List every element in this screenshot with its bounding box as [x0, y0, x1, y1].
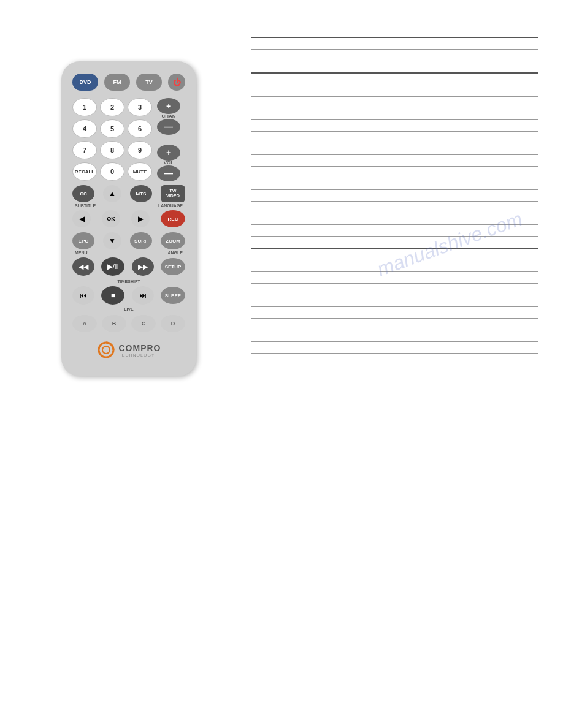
line-22 — [251, 318, 538, 319]
tv-button[interactable]: TV — [136, 74, 162, 91]
skipback-button[interactable]: ⏮ — [72, 286, 94, 305]
line-8 — [251, 143, 538, 143]
power-button[interactable]: ⏻ — [168, 74, 185, 91]
line-21 — [251, 306, 538, 307]
vol-label: VOL — [164, 161, 174, 165]
down-button[interactable]: ▼ — [103, 232, 121, 249]
num9-button[interactable]: 9 — [128, 141, 152, 159]
chan-label: CHAN — [161, 114, 175, 119]
company-name: COMPRO — [119, 343, 161, 353]
nav-row2: ◀ OK ▶ REC — [72, 210, 185, 227]
num6-button[interactable]: 6 — [128, 119, 152, 138]
ok-button[interactable]: OK — [102, 210, 120, 227]
live-row: LIVE — [72, 307, 185, 311]
line-23 — [251, 330, 538, 330]
line-12 — [251, 189, 538, 190]
line-16 — [251, 236, 538, 237]
vol-minus-button[interactable]: — — [157, 165, 180, 181]
logo-area: COMPRO TECHNOLOGY — [72, 341, 185, 359]
angle-label: ANGLE — [168, 251, 183, 255]
remote-section: DVD FM TV ⏻ 1 2 3 4 5 6 7 8 9 RECALL — [12, 25, 245, 703]
line-thick-3 — [251, 248, 538, 249]
num4-button[interactable]: 4 — [72, 119, 97, 138]
nav-row1: CC ▲ MTS TV/VIDEO — [72, 185, 185, 202]
vol-plus-button[interactable]: + — [157, 145, 180, 161]
logo-text: COMPRO TECHNOLOGY — [119, 343, 161, 357]
line-thick-2 — [251, 72, 538, 74]
recall-button[interactable]: RECALL — [72, 162, 97, 181]
chan-plus-button[interactable]: + — [157, 98, 180, 114]
line-thick-1 — [251, 37, 538, 38]
surf-button[interactable]: SURF — [130, 232, 152, 249]
page: DVD FM TV ⏻ 1 2 3 4 5 6 7 8 9 RECALL — [0, 0, 563, 728]
zoom-button[interactable]: ZOOM — [161, 232, 185, 249]
line-18 — [251, 271, 538, 272]
source-row: DVD FM TV ⏻ — [72, 74, 185, 91]
mts-button[interactable]: MTS — [130, 185, 152, 202]
num8-button[interactable]: 8 — [100, 141, 124, 159]
transport-row: ◀◀ ▶/II ▶▶ SETUP — [72, 257, 185, 276]
play-pause-button[interactable]: ▶/II — [101, 257, 124, 276]
rec-button[interactable]: REC — [161, 210, 185, 227]
fm-button[interactable]: FM — [104, 74, 130, 91]
line-7 — [251, 131, 538, 132]
num2-button[interactable]: 2 — [100, 98, 124, 116]
c-button[interactable]: C — [131, 315, 156, 332]
line-10 — [251, 166, 538, 167]
d-button[interactable]: D — [161, 315, 185, 332]
num5-button[interactable]: 5 — [100, 119, 124, 138]
stop-button[interactable]: ■ — [101, 286, 124, 305]
chan-vol-column: + CHAN — + VOL — — [155, 98, 182, 181]
line-17 — [251, 260, 538, 260]
numpad-grid: 1 2 3 4 5 6 7 8 9 RECALL 0 MUTE — [72, 98, 152, 181]
tvvideo-button[interactable]: TV/VIDEO — [161, 185, 185, 202]
timeshift-label: TIMESHIFT — [118, 279, 140, 284]
chan-minus-button[interactable]: — — [157, 119, 180, 135]
line-4 — [251, 96, 538, 97]
line-1 — [251, 49, 538, 50]
line-3 — [251, 85, 538, 85]
subtitle-lang-row: SUBTITLE LANGUAGE — [72, 203, 185, 208]
epg-button[interactable]: EPG — [72, 232, 94, 249]
cc-button[interactable]: CC — [72, 185, 94, 202]
line-25 — [251, 353, 538, 354]
dvd-button[interactable]: DVD — [72, 74, 98, 91]
svg-point-1 — [102, 346, 110, 354]
mute-button[interactable]: MUTE — [128, 162, 152, 181]
color-row: A B C D — [72, 315, 185, 332]
line-20 — [251, 295, 538, 295]
sleep-button[interactable]: SLEEP — [161, 287, 185, 304]
forward-button[interactable]: ▶▶ — [132, 257, 154, 276]
left-button[interactable]: ◀ — [72, 210, 91, 227]
live-label: LIVE — [124, 307, 134, 311]
line-11 — [251, 178, 538, 178]
chan-block: + CHAN — — [155, 98, 182, 135]
vol-block: + VOL — — [155, 145, 182, 181]
line-13 — [251, 201, 538, 202]
b-button[interactable]: B — [102, 315, 126, 332]
language-label: LANGUAGE — [158, 203, 183, 208]
num7-button[interactable]: 7 — [72, 141, 97, 159]
compro-logo-icon — [97, 341, 115, 359]
right-button[interactable]: ▶ — [131, 210, 150, 227]
subtitle-label: SUBTITLE — [75, 203, 96, 208]
rewind-button[interactable]: ◀◀ — [72, 257, 94, 276]
line-6 — [251, 119, 538, 120]
line-15 — [251, 224, 538, 225]
skipfwd-button[interactable]: ⏭ — [132, 286, 154, 305]
num3-button[interactable]: 3 — [128, 98, 152, 116]
nav-row3: EPG ▼ SURF ZOOM — [72, 232, 185, 249]
num1-button[interactable]: 1 — [72, 98, 97, 116]
menu-label: MENU — [75, 251, 88, 255]
lines-section — [245, 25, 551, 703]
line-14 — [251, 213, 538, 213]
timeshift-row: TIMESHIFT — [72, 279, 185, 284]
line-2 — [251, 61, 538, 61]
setup-button[interactable]: SETUP — [161, 258, 185, 275]
company-subtitle: TECHNOLOGY — [119, 353, 161, 357]
line-19 — [251, 283, 538, 284]
up-button[interactable]: ▲ — [103, 185, 121, 202]
stop-row: ⏮ ■ ⏭ SLEEP — [72, 286, 185, 305]
a-button[interactable]: A — [72, 315, 97, 332]
num0-button[interactable]: 0 — [100, 162, 124, 181]
